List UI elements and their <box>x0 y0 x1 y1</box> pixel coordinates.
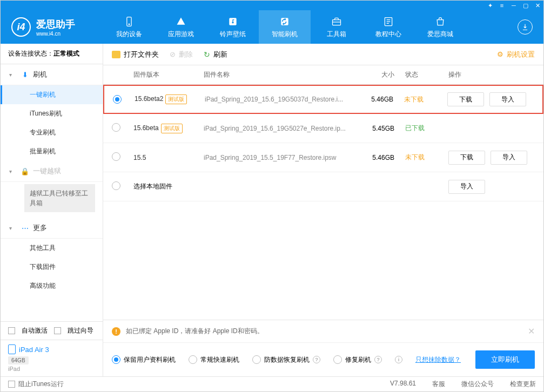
side-header[interactable]: 🔒一键越狱 <box>1 161 103 182</box>
sidebar-item[interactable]: 高级功能 <box>1 276 103 295</box>
side-header[interactable]: ⋯更多 <box>1 218 103 239</box>
radio[interactable] <box>112 123 120 132</box>
download-icon[interactable] <box>518 19 533 35</box>
logo-icon: i4 <box>11 17 31 37</box>
delete-icon: ⊘ <box>170 50 176 58</box>
device-info[interactable]: iPad Air 3 64GB iPad <box>1 340 103 376</box>
side-header[interactable]: ⬇刷机 <box>1 64 103 85</box>
version-label: V7.98.61 <box>390 380 416 389</box>
logo-subtitle: www.i4.cn <box>36 31 75 37</box>
section-icon: ⬇ <box>21 71 29 78</box>
import-button[interactable]: 导入 <box>489 92 526 106</box>
info-icon[interactable]: i <box>395 356 402 363</box>
col-size: 大小 <box>357 70 405 79</box>
block-itunes-label: 阻止iTunes运行 <box>18 380 64 389</box>
device-type: iPad <box>8 366 95 372</box>
firmware-name: iPad_Spring_2019_15.5_19F77_Restore.ipsw <box>204 154 357 161</box>
delete-button[interactable]: ⊘ 删除 <box>170 50 193 59</box>
flash-now-button[interactable]: 立即刷机 <box>475 350 535 369</box>
main: 打开文件夹 ⊘ 删除 ↻ 刷新 ⚙ 刷机设置 固件版本 固件名称 大小 状态 操… <box>103 44 543 376</box>
info-icon[interactable]: ? <box>313 356 320 363</box>
sidebar-item[interactable]: 专业刷机 <box>1 123 103 142</box>
download-button[interactable]: 下载 <box>448 151 485 165</box>
nav-tab-refresh[interactable]: 智能刷机 <box>259 10 311 44</box>
radio[interactable] <box>112 355 120 364</box>
sidebar-item[interactable]: 批量刷机 <box>1 142 103 161</box>
firmware-status: 未下载 <box>405 153 448 162</box>
status-item[interactable]: 客服 <box>432 380 445 389</box>
firmware-size: 5.45GB <box>357 125 405 132</box>
tutorial-icon <box>382 16 394 28</box>
close-warning-icon[interactable]: ✕ <box>528 326 535 336</box>
music-icon <box>227 16 239 28</box>
radio[interactable] <box>113 95 122 104</box>
col-actions: 操作 <box>448 70 535 79</box>
flash-option[interactable]: 防数据恢复刷机? <box>252 355 320 364</box>
gear-icon: ⚙ <box>497 50 503 58</box>
radio[interactable] <box>252 355 261 364</box>
warning-bar: ! 如已绑定 Apple ID，请准备好 Apple ID和密码。 ✕ <box>103 320 543 342</box>
nav-tab-tutorial[interactable]: 教程中心 <box>362 10 414 44</box>
nav-tab-toolbox[interactable]: 工具箱 <box>311 10 362 44</box>
nav-tab-device[interactable]: 我的设备 <box>103 10 155 44</box>
radio[interactable] <box>112 181 120 190</box>
nav-tab-apps[interactable]: 应用游戏 <box>155 10 207 44</box>
statusbar: 阻止iTunes运行 V7.98.61 客服 微信公众号 检查更新 <box>1 376 543 391</box>
nav-tab-music[interactable]: 铃声壁纸 <box>207 10 259 44</box>
auto-activate-checkbox[interactable] <box>8 327 15 334</box>
radio[interactable] <box>333 355 342 364</box>
titlebar: ✦ ≡ ─ ▢ ✕ <box>1 1 543 10</box>
table-row[interactable]: 选择本地固件导入 <box>103 172 543 201</box>
refresh-icon <box>279 16 291 28</box>
sidebar: 设备连接状态：正常模式 ⬇刷机一键刷机iTunes刷机专业刷机批量刷机🔒一键越狱… <box>1 44 103 376</box>
auto-activate-row: 自动激活 跳过向导 <box>1 322 103 340</box>
device-status: 设备连接状态：正常模式 <box>1 44 103 64</box>
flash-option[interactable]: 常规快速刷机 <box>189 355 239 364</box>
table-row[interactable]: 15.5iPad_Spring_2019_15.5_19F77_Restore.… <box>103 143 543 172</box>
warning-icon: ! <box>112 327 120 336</box>
table-row[interactable]: 15.6beta测试版iPad_Spring_2019_15.6_19G5027… <box>103 114 543 143</box>
minimize-icon[interactable]: ─ <box>510 2 518 9</box>
sidebar-item[interactable]: iTunes刷机 <box>1 104 103 123</box>
status-item[interactable]: 检查更新 <box>510 380 536 389</box>
device-icon <box>8 344 16 354</box>
sidebar-item[interactable]: 一键刷机 <box>1 85 103 104</box>
settings-icon[interactable]: ✦ <box>486 2 494 9</box>
radio[interactable] <box>112 152 120 161</box>
svg-point-1 <box>129 24 130 25</box>
erase-link[interactable]: 只想抹除数据？ <box>415 355 461 364</box>
import-button[interactable]: 导入 <box>448 180 485 194</box>
apps-icon <box>175 16 187 28</box>
firmware-status: 未下载 <box>404 95 447 104</box>
block-itunes-checkbox[interactable] <box>8 381 15 388</box>
list-icon[interactable]: ≡ <box>498 2 506 9</box>
flash-option[interactable]: 修复刷机? <box>333 355 382 364</box>
logo: i4 爱思助手 www.i4.cn <box>11 17 103 37</box>
auto-activate-label: 自动激活 <box>22 326 48 335</box>
download-button[interactable]: 下载 <box>447 92 484 106</box>
radio[interactable] <box>189 355 197 364</box>
bottom-panel: ! 如已绑定 Apple ID，请准备好 Apple ID和密码。 ✕ 保留用户… <box>103 320 543 376</box>
info-icon[interactable]: ? <box>374 356 382 363</box>
refresh-button[interactable]: ↻ 刷新 <box>204 50 227 59</box>
open-folder-button[interactable]: 打开文件夹 <box>112 50 159 59</box>
warning-text: 如已绑定 Apple ID，请准备好 Apple ID和密码。 <box>126 327 264 336</box>
firmware-name: iPad_Spring_2019_15.6_19G5037d_Restore.i… <box>205 96 355 103</box>
sidebar-item[interactable]: 下载固件 <box>1 258 103 276</box>
table-row[interactable]: 15.6beta2测试版iPad_Spring_2019_15.6_19G503… <box>103 85 543 114</box>
flash-settings-button[interactable]: ⚙ 刷机设置 <box>497 50 535 59</box>
sidebar-item[interactable]: 其他工具 <box>1 239 103 258</box>
close-icon[interactable]: ✕ <box>534 2 541 9</box>
flash-option[interactable]: 保留用户资料刷机 <box>112 355 176 364</box>
skip-guide-checkbox[interactable] <box>54 327 61 334</box>
col-name: 固件名称 <box>204 70 357 79</box>
toolbox-icon <box>331 16 342 28</box>
side-note: 越狱工具已转移至工具箱 <box>24 184 95 212</box>
flash-options: 保留用户资料刷机常规快速刷机防数据恢复刷机?修复刷机? i 只想抹除数据？ 立即… <box>103 342 543 376</box>
import-button[interactable]: 导入 <box>491 151 527 165</box>
firmware-name: iPad_Spring_2019_15.6_19G5027e_Restore.i… <box>204 125 357 132</box>
maximize-icon[interactable]: ▢ <box>522 2 529 9</box>
beta-badge: 测试版 <box>165 94 187 104</box>
status-item[interactable]: 微信公众号 <box>461 380 494 389</box>
nav-tab-store[interactable]: 爱思商城 <box>414 10 466 44</box>
